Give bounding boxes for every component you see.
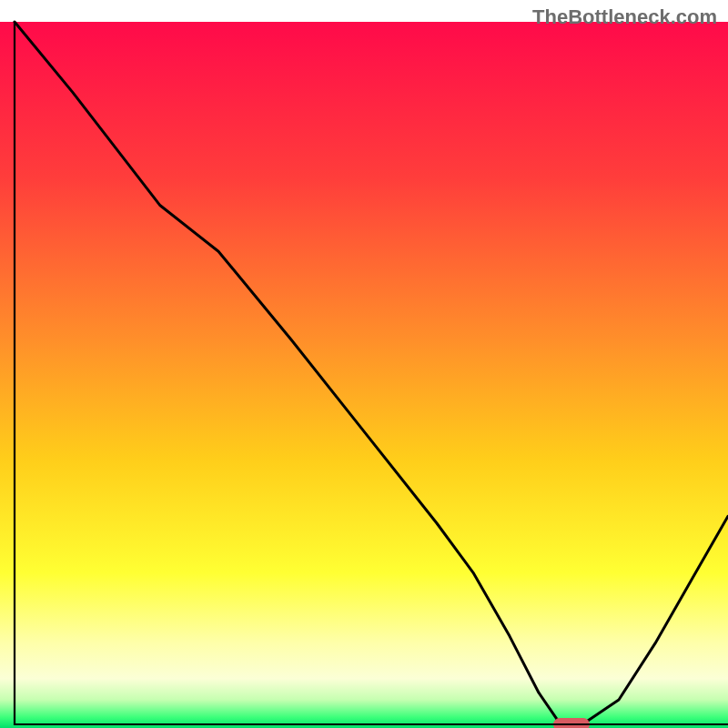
optimal-marker	[553, 718, 590, 728]
chart-svg	[0, 0, 728, 728]
chart-background	[0, 22, 728, 728]
watermark-text: TheBottleneck.com	[532, 5, 717, 29]
chart-container: TheBottleneck.com	[0, 0, 728, 728]
